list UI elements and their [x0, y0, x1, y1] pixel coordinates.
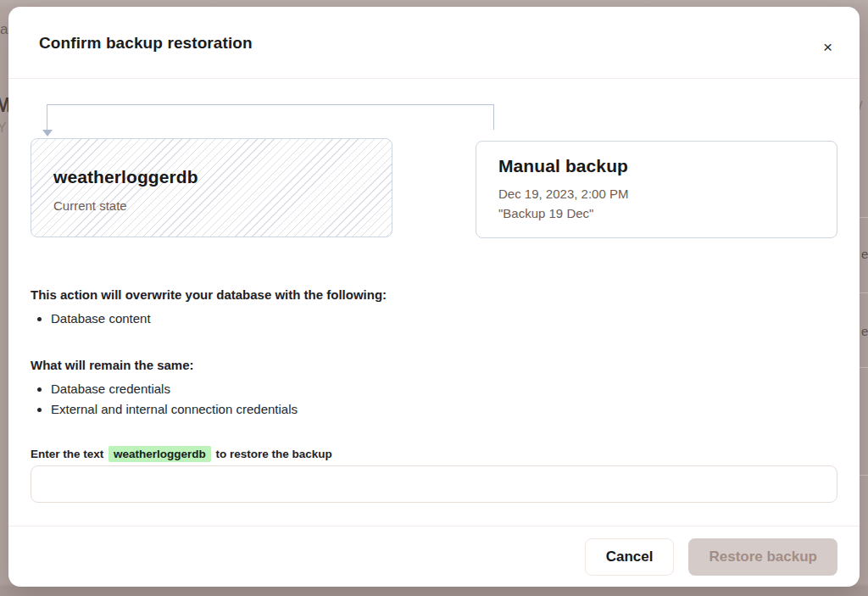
- restore-backup-button[interactable]: Restore backup: [688, 538, 837, 576]
- remain-section-list: Database credentials External and intern…: [31, 379, 837, 420]
- backup-name: "Backup 19 Dec": [498, 203, 815, 223]
- remain-section-heading: What will remain the same:: [31, 357, 837, 373]
- dialog-body: weatherloggerdb Current state Manual bac…: [8, 79, 860, 526]
- manual-backup-card: Manual backup Dec 19, 2023, 2:00 PM "Bac…: [476, 141, 837, 238]
- dialog-title: Confirm backup restoration: [39, 34, 253, 53]
- confirm-backup-restoration-dialog: Confirm backup restoration × weatherlogg…: [8, 7, 860, 587]
- overwrite-section-heading: This action will overwrite your database…: [31, 287, 837, 303]
- confirmation-text-input[interactable]: [31, 465, 837, 503]
- dimmed-page-backdrop: a M Y / e e Confirm backup restoration ×…: [0, 0, 868, 596]
- instruction-prefix: Enter the text: [31, 448, 107, 460]
- list-item: External and internal connection credent…: [51, 399, 837, 420]
- list-item: Database content: [51, 309, 837, 329]
- dialog-footer: Cancel Restore backup: [8, 526, 860, 587]
- backup-timestamp: Dec 19, 2023, 2:00 PM: [498, 184, 815, 203]
- required-text-chip: weatherloggerdb: [108, 446, 211, 462]
- cancel-button[interactable]: Cancel: [585, 538, 675, 576]
- restore-diagram: weatherloggerdb Current state Manual bac…: [31, 138, 837, 238]
- background-text-fragment: a: [0, 22, 8, 36]
- background-text-fragment: Y: [0, 121, 7, 135]
- confirmation-instruction: Enter the text weatherloggerdb to restor…: [31, 447, 837, 461]
- restore-direction-arrow: [47, 104, 494, 130]
- list-item: Database credentials: [51, 379, 837, 399]
- backup-type-label: Manual backup: [498, 156, 815, 176]
- current-state-card: weatherloggerdb Current state: [31, 138, 392, 237]
- background-text-fragment: e: [861, 248, 868, 260]
- instruction-suffix: to restore the backup: [213, 448, 332, 460]
- background-text-fragment: e: [861, 325, 868, 337]
- database-name: weatherloggerdb: [53, 167, 370, 187]
- current-state-label: Current state: [53, 198, 370, 213]
- close-icon[interactable]: ×: [821, 37, 834, 57]
- dialog-header: Confirm backup restoration ×: [8, 7, 860, 79]
- overwrite-section-list: Database content: [31, 309, 837, 329]
